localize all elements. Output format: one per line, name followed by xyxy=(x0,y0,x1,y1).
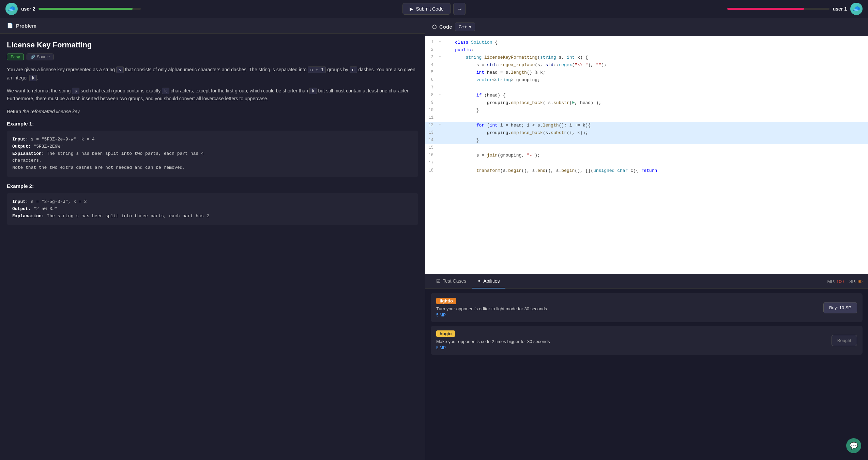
ability-info-hugio: hugio Make your opponent's code 2 times … xyxy=(436,330,827,350)
problem-panel: 📄 Problem License Key Formatting Easy 🔗 … xyxy=(0,18,425,460)
code-line-4: 4 s = std::regex_replace(s, std::regex("… xyxy=(425,61,868,69)
tab-test-cases-label: Test Cases xyxy=(443,278,466,284)
chat-button[interactable]: 💬 xyxy=(846,438,861,453)
problem-title: License Key Formatting xyxy=(7,41,418,49)
user-left: 🧢 user 2 xyxy=(5,3,434,15)
ability-info-lightio: lightio Turn your opponent's editor to l… xyxy=(436,298,819,317)
difficulty-badge: Easy xyxy=(7,54,24,60)
progress-fill-right xyxy=(727,8,804,10)
ability-tag-lightio: lightio xyxy=(436,298,456,304)
code-line-1: 1 ▾ class Solution { xyxy=(425,39,868,46)
check-icon: ☑ xyxy=(436,278,441,284)
badges: Easy 🔗 Source xyxy=(7,54,418,60)
star-icon: ✦ xyxy=(477,278,481,284)
inline-n2: n xyxy=(350,66,357,73)
code-line-12: 12 ▾ for (int i = head; i < s.length(); … xyxy=(425,122,868,129)
chevron-down-icon: ▾ xyxy=(469,24,471,29)
username-right: user 1 xyxy=(833,6,847,12)
language-label: C++ xyxy=(459,24,467,29)
logout-icon: ⇥ xyxy=(458,6,461,12)
ability-cost-lightio: 5 MP xyxy=(436,313,819,317)
inline-n1: n + 1 xyxy=(308,66,326,73)
code-line-10: 10 } xyxy=(425,107,868,114)
code-line-6: 6 vector<string> grouping; xyxy=(425,76,868,84)
code-line-13: 13 grouping.emplace_back(s.substr(i, k))… xyxy=(425,129,868,137)
ability-desc-hugio: Make your opponent's code 2 times bigger… xyxy=(436,339,827,344)
progress-bar-left xyxy=(39,8,141,10)
code-header: ⬡ Code C++ ▾ xyxy=(425,18,868,36)
user-right: user 1 🧢 xyxy=(434,3,863,15)
avatar-left: 🧢 xyxy=(5,3,18,15)
code-line-2: 2 public: xyxy=(425,46,868,54)
abilities-content[interactable]: lightio Turn your opponent's editor to l… xyxy=(425,289,868,460)
problem-content[interactable]: License Key Formatting Easy 🔗 Source You… xyxy=(0,34,425,460)
code-line-15: 15 xyxy=(425,144,868,152)
buy-button-hugio: Bought xyxy=(832,335,857,346)
code-line-8: 8 ▾ if (head) { xyxy=(425,92,868,99)
sp-value: 90 xyxy=(858,279,863,284)
example2-code: Input: s = "2-5g-3-J", k = 2 Output: "2-… xyxy=(7,193,418,225)
language-selector[interactable]: C++ ▾ xyxy=(455,23,475,31)
mp-stat: MP: 100 xyxy=(827,279,843,284)
submit-button[interactable]: ▶ Submit Code xyxy=(402,3,451,15)
problem-panel-title: Problem xyxy=(16,23,36,29)
return-italic: the reformatted license key. xyxy=(22,109,81,114)
center-controls: ▶ Submit Code ⇥ xyxy=(402,3,466,15)
submit-label: Submit Code xyxy=(416,6,444,12)
code-icon: ⬡ xyxy=(432,24,437,30)
example2-title: Example 2: xyxy=(7,183,418,189)
sp-stat: SP: 90 xyxy=(849,279,863,284)
document-icon: 📄 xyxy=(7,23,13,29)
code-editor[interactable]: 1 ▾ class Solution { 2 public: xyxy=(425,36,868,274)
code-panel: ⬡ Code C++ ▾ 1 ▾ class Solution { xyxy=(425,18,868,274)
code-line-9: 9 grouping.emplace_back( s.substr(0, hea… xyxy=(425,99,868,107)
inline-k2: k xyxy=(162,88,169,94)
problem-return-text: Return the reformatted license key. xyxy=(7,108,418,116)
avatar-right: 🧢 xyxy=(850,3,863,15)
chat-icon: 💬 xyxy=(850,442,858,450)
code-line-17: 17 xyxy=(425,160,868,167)
ability-tag-hugio: hugio xyxy=(436,330,455,337)
inline-s2: s xyxy=(72,88,79,94)
tab-test-cases[interactable]: ☑ Test Cases xyxy=(431,274,472,288)
ability-cost-hugio: 5 MP xyxy=(436,345,827,350)
topbar: 🧢 user 2 ▶ Submit Code ⇥ user 1 🧢 xyxy=(0,0,868,18)
tab-bar: ☑ Test Cases ✦ Abilities MP: 100 SP: 90 xyxy=(425,274,868,289)
ability-card-lightio: lightio Turn your opponent's editor to l… xyxy=(431,293,863,322)
code-line-7: 7 xyxy=(425,84,868,92)
source-badge[interactable]: 🔗 Source xyxy=(27,54,54,60)
play-icon: ▶ xyxy=(410,6,413,12)
code-line-11: 11 xyxy=(425,114,868,122)
tab-abilities-label: Abilities xyxy=(483,278,500,284)
bottom-panel: ☑ Test Cases ✦ Abilities MP: 100 SP: 90 xyxy=(425,274,868,460)
inline-s1: s xyxy=(116,66,124,73)
ability-card-hugio: hugio Make your opponent's code 2 times … xyxy=(431,326,863,355)
code-line-5: 5 int head = s.length() % k; xyxy=(425,69,868,76)
code-line-3: 3 ▾ string licenseKeyFormatting(string s… xyxy=(425,54,868,61)
external-link-icon: 🔗 xyxy=(30,55,35,59)
progress-fill-left xyxy=(39,8,133,10)
tab-abilities[interactable]: ✦ Abilities xyxy=(472,274,505,288)
ability-desc-lightio: Turn your opponent's editor to light mod… xyxy=(436,306,819,311)
inline-k1: k xyxy=(29,75,37,81)
right-panel: ⬡ Code C++ ▾ 1 ▾ class Solution { xyxy=(425,18,868,460)
main-layout: 📄 Problem License Key Formatting Easy 🔗 … xyxy=(0,18,868,460)
tab-stats: MP: 100 SP: 90 xyxy=(827,275,863,288)
example1-title: Example 1: xyxy=(7,121,418,127)
progress-bar-right xyxy=(727,8,829,10)
mp-value: 100 xyxy=(836,279,844,284)
code-line-14: 14 } xyxy=(425,137,868,144)
code-line-18: 18 transform(s.begin(), s.end(), s.begin… xyxy=(425,167,868,175)
problem-description-1: You are given a license key represented … xyxy=(7,66,418,82)
code-panel-title: Code xyxy=(439,24,452,30)
problem-description-2: We want to reformat the string s such th… xyxy=(7,87,418,103)
inline-k3: k xyxy=(309,88,317,94)
logout-button[interactable]: ⇥ xyxy=(453,3,466,15)
username-left: user 2 xyxy=(21,6,35,12)
code-line-16: 16 s = join(grouping, "-"); xyxy=(425,152,868,159)
example1-code: Input: s = "5F3Z-2e-9-w", k = 4 Output: … xyxy=(7,131,418,177)
problem-panel-header: 📄 Problem xyxy=(0,18,425,34)
buy-button-lightio[interactable]: Buy: 10 SP xyxy=(823,302,857,313)
